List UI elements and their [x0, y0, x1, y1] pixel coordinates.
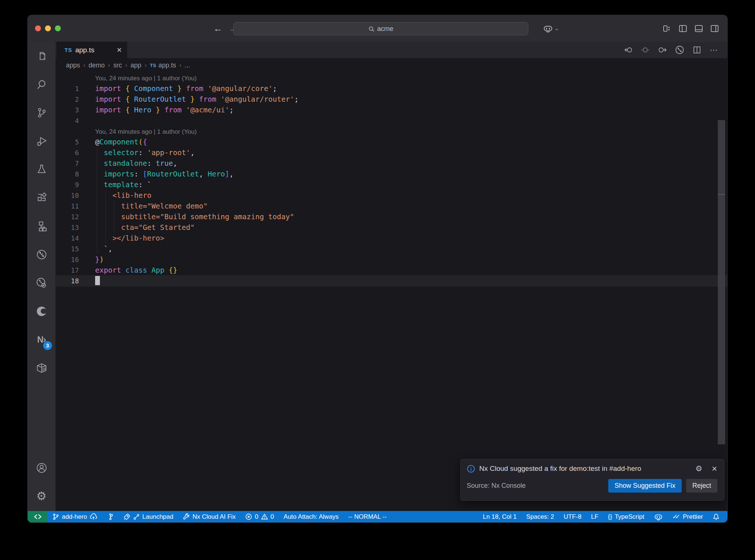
sidebar-item-run-debug[interactable]	[28, 127, 55, 155]
next-change-button[interactable]	[658, 46, 667, 54]
code-line[interactable]: 13 cta="Get Started"	[56, 222, 727, 233]
sidebar-item-commit-graph[interactable]	[28, 240, 55, 269]
minimize-window-button[interactable]	[45, 25, 51, 31]
vim-mode-status[interactable]: -- NORMAL --	[344, 511, 392, 522]
line-number: 2	[56, 94, 79, 105]
sidebar-item-containers[interactable]	[28, 354, 55, 382]
close-window-button[interactable]	[35, 25, 41, 31]
toggle-secondary-sidebar-button[interactable]	[710, 24, 719, 33]
code-line[interactable]: 1import { Component } from '@angular/cor…	[56, 83, 727, 94]
previous-change-button[interactable]	[624, 46, 633, 54]
code-line[interactable]: 16})	[56, 254, 727, 265]
code-line[interactable]: 5@Component({	[56, 137, 727, 147]
code-line[interactable]: 3import { Hero } from '@acme/ui';	[56, 105, 727, 115]
breadcrumb-item-demo[interactable]: demo	[88, 62, 105, 69]
customize-layout-button[interactable]	[662, 24, 672, 33]
code-line[interactable]: 4	[56, 115, 727, 126]
notification-settings-icon[interactable]: ⚙	[695, 464, 702, 473]
remote-indicator[interactable]	[28, 511, 48, 522]
tab-label: app.ts	[75, 46, 94, 54]
sidebar-item-search[interactable]	[28, 70, 55, 98]
sidebar-item-explorer[interactable]	[28, 42, 55, 70]
nx-cloud-fix-status[interactable]: Nx Cloud AI Fix	[178, 511, 240, 522]
blame-annotation: You, 24 minutes ago | 1 author (You)	[95, 126, 196, 137]
cursor-position-status[interactable]: Ln 18, Col 1	[478, 511, 522, 522]
cloud-upload-icon	[90, 513, 97, 520]
line-number: 11	[56, 201, 79, 211]
line-number: 7	[56, 158, 79, 169]
encoding-status[interactable]: UTF-8	[559, 511, 586, 522]
code-content: @Component({	[95, 137, 147, 147]
copilot-menu-button[interactable]: ⌄	[543, 15, 559, 42]
sidebar-item-nx-console[interactable]: N› 3	[28, 325, 55, 354]
code-line[interactable]: 14 ></lib-hero>	[56, 233, 727, 244]
breadcrumb-item-app[interactable]: app	[131, 62, 141, 69]
code-line[interactable]: 12 subtitle="Build something amazing tod…	[56, 211, 727, 222]
close-tab-icon[interactable]: ✕	[116, 46, 122, 54]
rocket-icon	[123, 513, 131, 520]
show-suggested-fix-button[interactable]: Show Suggested Fix	[608, 479, 682, 493]
problems-status[interactable]: 0 0	[240, 511, 279, 522]
chevron-down-icon: ⌄	[554, 25, 559, 32]
zoom-window-button[interactable]	[55, 25, 61, 31]
code-line[interactable]: 2import { RouterOutlet } from '@angular/…	[56, 94, 727, 105]
copilot-status[interactable]	[649, 511, 668, 522]
code-line[interactable]: 15 `,	[56, 244, 727, 254]
code-editor[interactable]: You, 24 minutes ago | 1 author (You)1imp…	[56, 72, 727, 511]
sidebar-item-project-structure[interactable]	[28, 212, 55, 240]
sidebar-item-source-control[interactable]	[28, 98, 55, 127]
chevron-right-icon: ›	[180, 62, 181, 69]
blame-row[interactable]: You, 24 minutes ago | 1 author (You)	[56, 73, 727, 83]
notifications-bell[interactable]	[708, 511, 724, 522]
editor-scrollbar[interactable]	[718, 120, 725, 444]
code-line[interactable]: 7 standalone: true,	[56, 158, 727, 169]
accounts-button[interactable]	[28, 454, 55, 482]
launchpad-status[interactable]: Launchpad	[119, 511, 178, 522]
git-graph-search-icon	[36, 277, 48, 289]
code-line[interactable]: 10 <lib-hero	[56, 190, 727, 201]
prettier-status[interactable]: ✓✓ Prettier	[668, 511, 708, 522]
notification-close-icon[interactable]: ✕	[711, 465, 717, 473]
notification-title: Nx Cloud suggested a fix for demo:test i…	[479, 465, 691, 473]
breadcrumb-item-src[interactable]: src	[113, 62, 122, 69]
chevron-right-icon: ›	[145, 62, 146, 69]
toggle-panel-button[interactable]	[694, 24, 703, 33]
reject-button[interactable]: Reject	[686, 479, 717, 493]
eol-status[interactable]: LF	[586, 511, 603, 522]
sidebar-item-extensions[interactable]	[28, 183, 55, 212]
code-line[interactable]: 9 template: `	[56, 179, 727, 190]
line-number: 16	[56, 254, 79, 265]
account-icon	[36, 462, 48, 474]
tab-app-ts[interactable]: TS app.ts ✕	[56, 42, 127, 58]
command-center-search[interactable]: acme	[233, 22, 528, 35]
code-line[interactable]: 17export class App {}	[56, 265, 727, 276]
code-line[interactable]: 18	[56, 276, 727, 286]
navigate-back-button[interactable]: ←	[211, 15, 225, 42]
git-branch-status[interactable]: add-hero	[48, 511, 102, 522]
commit-graph-status[interactable]	[102, 511, 119, 522]
code-line[interactable]: 11 title="Welcmoe demo"	[56, 201, 727, 211]
split-editor-button[interactable]	[693, 46, 701, 54]
auto-attach-status[interactable]: Auto Attach: Always	[279, 511, 343, 522]
line-number: 9	[56, 179, 79, 190]
settings-button[interactable]: ⚙	[28, 482, 55, 510]
code-line[interactable]: 8 imports: [RouterOutlet, Hero],	[56, 169, 727, 179]
breadcrumb-item-file[interactable]: app.ts	[159, 62, 176, 69]
files-icon	[36, 50, 48, 62]
sidebar-item-gitlens-inspect[interactable]	[28, 269, 55, 297]
git-branch-icon	[52, 513, 59, 520]
hierarchy-icon	[36, 220, 48, 232]
toggle-primary-sidebar-button[interactable]	[678, 24, 688, 33]
sidebar-item-testing[interactable]	[28, 155, 55, 183]
language-mode-status[interactable]: {} TypeScript	[603, 511, 649, 522]
breadcrumb-item-apps[interactable]: apps	[66, 62, 80, 69]
code-lines: You, 24 minutes ago | 1 author (You)1imp…	[56, 73, 727, 286]
blame-row[interactable]: You, 24 minutes ago | 1 author (You)	[56, 126, 727, 137]
breadcrumb-item-symbols[interactable]: ...	[185, 62, 190, 69]
indentation-status[interactable]: Spaces: 2	[521, 511, 559, 522]
more-actions-button[interactable]: ⋯	[710, 45, 719, 55]
sidebar-item-edge-browser[interactable]	[28, 297, 55, 325]
current-change-button[interactable]	[641, 46, 650, 54]
code-line[interactable]: 6 selector: 'app-root',	[56, 147, 727, 158]
commit-graph-button[interactable]	[675, 45, 684, 55]
